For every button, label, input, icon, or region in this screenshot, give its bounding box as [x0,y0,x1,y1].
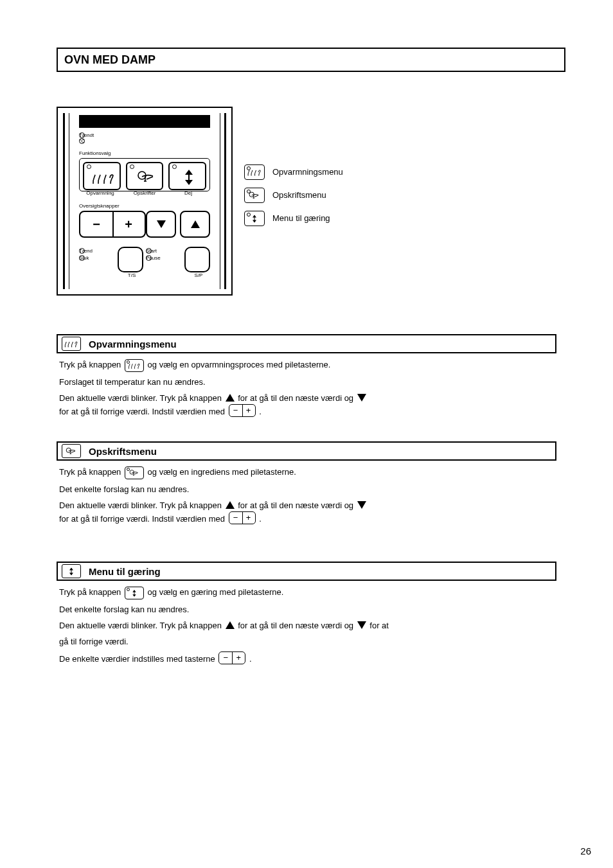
key-icon [62,444,81,458]
section-recipes-header: Opskriftsmenu [57,441,556,461]
startpause-group: Start Pause S/P [146,247,210,285]
page-title: OVN MED DAMP [57,48,565,72]
top-indicator-leds: Tændt °C [79,132,85,144]
rise-arrow-icon [248,213,261,224]
legend-row-heating: Opvarmningsmenu [244,161,343,184]
sel-btn3-label: Dej [170,190,206,196]
section-rising: Menu til gæring Tryk på knappen og vælg … [57,562,556,669]
section-heating: Opvarmningsmenu Tryk på knappen og vælg … [57,334,556,421]
text: . [259,514,262,524]
text: Det enkelte forslag kan nu ændres. [59,603,554,616]
plusminus-icon: −+ [229,404,256,417]
bottles-icon [246,167,263,177]
triangle-up-icon [226,621,235,629]
recipes-button[interactable] [126,162,164,190]
text: Forslaget til temperatur kan nu ændres. [59,376,554,388]
triangle-down-icon [357,621,366,629]
text: for at gå til forrige værdi. Indstil vær… [59,514,227,524]
text: . [259,407,262,416]
power-off-label: Sluk [79,254,89,262]
heating-led [87,164,91,169]
text: for at gå til den næste værdi og [238,621,356,630]
text: for at gå til forrige værdi. Indstil vær… [59,407,227,416]
text: . [249,654,252,664]
heating-button[interactable] [83,162,121,190]
text: Tryk på knappen [59,467,123,477]
panel-legend: Opvarmningsmenu Opskriftsmenu Menu til g… [244,161,343,230]
section-recipes-title: Opskriftsmenu [89,446,157,457]
pause-led-label: Pause [146,254,161,262]
section-recipes: Opskriftsmenu Tryk på knappen og vælg en… [57,441,556,529]
text: og vælg en opvarmningsproces med piletas… [148,360,331,369]
legend-row-recipes: Opskriftsmenu [244,184,343,207]
rise-arrow-icon [176,167,202,186]
dough-button[interactable] [168,162,206,190]
startpause-button[interactable] [184,247,210,272]
bottom-row: Tænd Sluk T/S Start Pause S/P [79,247,210,285]
sel-btn2-label: Opskrifter [127,190,163,196]
power-group: Tænd Sluk T/S [79,247,143,285]
section-heating-body: Tryk på knappen og vælg en opvarmningspr… [57,353,556,418]
adjust-row: − + [79,211,210,238]
power-btn-label: T/S [120,272,143,278]
text: for at gå til den næste værdi og [238,500,353,510]
legend-heating-text: Opvarmningsmenu [272,161,343,184]
function-select-row [79,158,210,191]
text: for at [369,621,389,630]
legend-recipes-text: Opskriftsmenu [272,184,326,207]
triangle-down-icon [357,501,366,509]
legend-icon-recipes [244,188,265,203]
page-number: 26 [580,846,591,856]
rise-arrow-icon [62,564,81,578]
bottles-icon-button [125,359,144,372]
text: Det enkelte forslag kan nu ændres. [59,483,554,495]
triangle-down-icon [157,220,166,228]
legend-icon-heating [244,164,265,180]
panel-inner: Tændt °C Funktionsvalg [63,113,226,289]
plusminus-icon: −+ [229,511,256,524]
text: for at gå til den næste værdi og [238,393,353,403]
section-heating-header: Opvarmningsmenu [57,334,556,353]
text: Den aktuelle værdi blinker. Tryk på knap… [59,500,224,510]
plus-button[interactable]: + [112,212,145,236]
adj-row-label: Oversigtsknapper [79,203,120,209]
startpause-btn-label: S/P [187,272,210,278]
rise-icon-button [125,587,144,599]
display-screen [79,115,210,128]
text: Den aktuelle værdi blinker. Tryk på knap… [59,621,224,630]
bottles-icon [89,170,118,186]
text: Tryk på knappen [59,360,123,369]
triangle-up-icon [191,220,200,228]
panel-figure: Tændt °C Funktionsvalg [57,107,233,296]
legend-rising-text: Menu til gæring [272,207,330,230]
key-icon [132,168,161,185]
up-button[interactable] [180,211,210,238]
triangle-up-icon [226,394,235,402]
led-label-degc: °C [79,137,85,145]
section-rising-title: Menu til gæring [89,566,161,577]
text: Tryk på knappen [59,587,123,597]
section-rising-header: Menu til gæring [57,562,556,581]
arrow-pair [146,211,210,235]
text: De enkelte værdier indstilles med taster… [59,654,217,664]
key-icon [246,190,263,200]
text: og vælg en ingrediens med piletasterne. [148,467,296,477]
sel-group-label: Funktionsvalg [79,150,111,156]
section-rising-body: Tryk på knappen og vælg en gæring med pi… [57,581,556,665]
text: Den aktuelle værdi blinker. Tryk på knap… [59,393,224,403]
legend-icon-rising [244,211,265,226]
power-button[interactable] [118,247,143,272]
bottles-icon [62,337,81,351]
section-heating-title: Opvarmningsmenu [89,339,177,350]
section-recipes-body: Tryk på knappen og vælg en ingrediens me… [57,461,556,525]
minus-button[interactable]: − [80,212,112,236]
key-icon-button [125,466,144,479]
sel-btn1-label: Opvarmning [81,190,120,196]
plus-minus-rocker[interactable]: − + [79,211,146,238]
text: og vælg en gæring med piletasterne. [148,587,284,597]
text: gå til forrige værdi. [59,635,554,648]
triangle-down-icon [357,394,366,402]
down-button[interactable] [146,211,176,238]
triangle-up-icon [226,501,235,509]
legend-row-rising: Menu til gæring [244,207,343,230]
